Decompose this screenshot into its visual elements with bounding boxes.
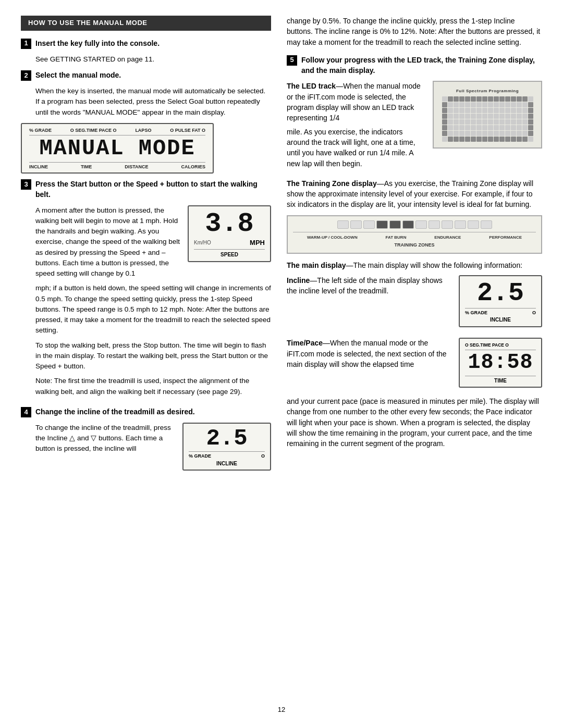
led-cell [482,137,487,142]
training-zone-labels: WARM-UP / COOL-DOWN FAT BURN ENDURANCE P… [293,232,536,241]
step-3-body4: Note: The first time the treadmill is us… [35,376,271,397]
step-5-title: Follow your progress with the LED track,… [301,56,535,75]
led-cell [448,102,453,107]
led-cell [476,125,482,130]
led-cell [522,96,528,102]
step-1-number: 1 [21,39,31,49]
led-cell [442,102,447,107]
led-cell [459,108,464,113]
led-cell [465,125,470,130]
led-cell [494,119,499,125]
led-cell [528,131,533,136]
speed-value: 3.8 [194,211,265,238]
led-cell [528,114,533,119]
led-cell [505,137,510,142]
step-1-body: See GETTING STARTED on page 11. [35,54,271,65]
led-cell [448,96,453,102]
led-cell [476,102,482,107]
led-cell [522,108,528,113]
led-cell [511,102,516,107]
led-cell [499,96,505,102]
led-cell [482,131,487,136]
led-cell [442,119,447,125]
led-track-label: The LED track [287,82,336,90]
incline-main-label-left: INCLINE [189,460,265,467]
main-display-body: —The main display will show the followin… [346,261,522,269]
led-cell [482,119,487,125]
led-cell [465,114,470,119]
tz-cell [337,220,349,229]
tz-label-warmup: WARM-UP / COOL-DOWN [307,235,358,241]
led-cell [499,137,505,142]
step-3-body2: mph; if a button is held down, the speed… [35,283,271,336]
led-cell [522,125,528,130]
incline-value-right: 2.5 [465,280,536,306]
led-track-box: Full Spectrum Programming [433,81,542,149]
led-cell [476,137,482,142]
led-cell [517,108,522,113]
step-5-number: 5 [287,55,297,66]
header-title: HOW TO USE THE MANUAL MODE [28,19,147,27]
led-cell [522,131,528,136]
incline-grade-right: % GRADE [465,310,487,316]
led-cell [471,131,476,136]
tz-label-performance: PERFORMANCE [489,235,522,241]
lcd-label-row-top: % GRADE O SEG.TIME PACE O LAPSO O PULSE … [29,127,205,135]
led-cell [471,114,476,119]
led-cell [459,137,464,142]
led-cell [448,114,453,119]
lcd-bottom-incline: INCLINE [29,164,48,170]
led-cell [488,137,493,142]
training-zone-text: The Training Zone display—As you exercis… [287,178,542,210]
led-cell [465,119,470,125]
led-cell [522,102,528,107]
led-cell [454,137,459,142]
led-cell [494,102,499,107]
tz-cell [468,220,479,229]
incline-info-label: Incline [287,276,310,285]
led-cell [442,96,447,102]
led-cell [454,114,459,119]
led-cell [505,96,510,102]
led-cell [517,125,522,130]
step-3-number: 3 [21,179,31,190]
led-cell [471,137,476,142]
led-cell [499,108,505,113]
led-cell [459,96,464,102]
incline-bottom-row-right: % GRADE O [465,308,536,316]
led-cell [465,137,470,142]
led-cell [454,96,459,102]
time-info-body2: and your current pace (pace is measured … [287,396,542,449]
tz-cell [442,220,453,229]
page: HOW TO USE THE MANUAL MODE 1 Insert the … [0,0,563,728]
training-zones-main-label: TRAINING ZONES [293,242,536,249]
led-cell [517,114,522,119]
led-cell [522,137,528,142]
led-cell [442,114,447,119]
lcd-label-row-bottom: INCLINE TIME DISTANCE CALORIES [29,162,205,170]
time-top-row: O SEG.TIME PACE O [465,342,536,350]
led-cell [476,108,482,113]
tz-label-fatburn: FAT BURN [386,235,407,241]
led-cell [488,108,493,113]
lcd-manual-mode-display: % GRADE O SEG.TIME PACE O LAPSO O PULSE … [21,123,214,174]
step-2: 2 Select the manual mode. [21,70,271,81]
incline-info-body: —The left side of the main display shows… [287,276,443,295]
led-cell [494,131,499,136]
tz-cell [455,220,466,229]
led-cell [494,108,499,113]
led-cell [505,119,510,125]
led-cell [494,137,499,142]
right-intro-text: change by 0.5%. To change the incline qu… [287,16,542,47]
led-cell [528,137,533,142]
led-cell [517,131,522,136]
led-cell [448,119,453,125]
led-track-title: Full Spectrum Programming [456,88,519,94]
led-cell [442,125,447,130]
incline-label-row-left: % GRADE O [189,451,265,460]
lcd-manual-mode-text: MANUAL MODE [29,137,205,161]
lcd-bottom-calories: CALORIES [181,164,205,170]
led-cell [476,114,482,119]
led-cell [459,125,464,130]
lcd-bottom-distance: DISTANCE [125,164,148,170]
